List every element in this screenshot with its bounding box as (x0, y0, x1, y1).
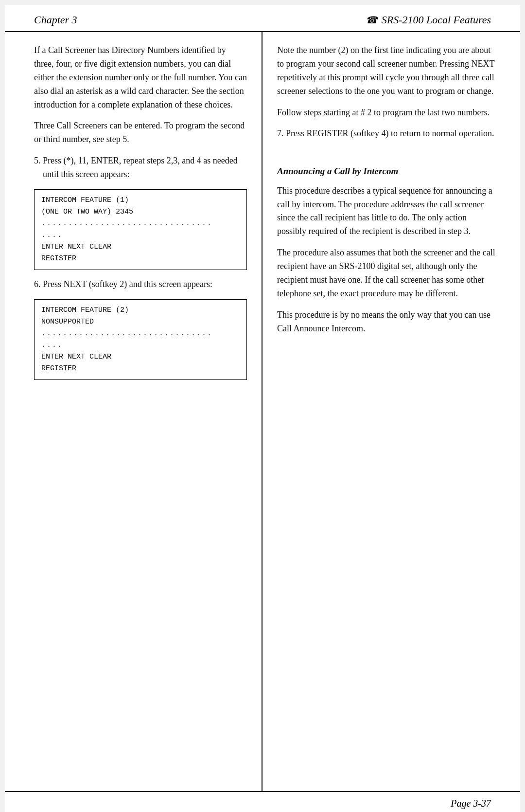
screen2-register: REGISTER (41, 363, 240, 375)
screen2-line2: NONSUPPORTED (41, 316, 240, 328)
right-body-text: Note the number (2) on the first line in… (277, 44, 496, 336)
screen1-short-dots: .... (41, 230, 240, 241)
screen2-short-dots: .... (41, 340, 240, 351)
screen2-line1: INTERCOM FEATURE (2) (41, 305, 240, 316)
right-column: Note the number (2) on the first line in… (262, 32, 520, 791)
left-para2: Three Call Screeners can be entered. To … (34, 119, 247, 146)
right-para3: This procedure describes a typical seque… (277, 184, 496, 239)
screen-box-1: INTERCOM FEATURE (1) (ONE OR TWO WAY) 23… (34, 189, 247, 270)
right-para4: The procedure also assumes that both the… (277, 246, 496, 301)
chapter-label: Chapter 3 (34, 14, 77, 26)
step7: 7. Press REGISTER (softkey 4) to return … (277, 127, 496, 141)
step6-intro: 6. Press NEXT (softkey 2) and this scree… (34, 278, 247, 291)
page-header: Chapter 3 ☎ SRS-2100 Local Features (5, 5, 520, 32)
screen1-softkeys: ENTER NEXT CLEAR (41, 241, 240, 253)
left-column: If a Call Screener has Directory Numbers… (5, 32, 262, 791)
section-title: ☎ SRS-2100 Local Features (366, 14, 491, 26)
right-para2: Follow steps starting at # 2 to program … (277, 106, 496, 120)
main-content: If a Call Screener has Directory Numbers… (5, 32, 520, 792)
screen1-dots: ................................ (41, 218, 240, 230)
section-title-text: SRS-2100 Local Features (382, 14, 491, 26)
step5-intro: 5. Press (*), 11, ENTER, repeat steps 2,… (34, 154, 247, 181)
right-para5: This procedure is by no means the only w… (277, 308, 496, 336)
screen1-line1: INTERCOM FEATURE (1) (41, 195, 240, 206)
screen2-softkeys: ENTER NEXT CLEAR (41, 351, 240, 363)
screen1-line2: (ONE OR TWO WAY) 2345 (41, 206, 240, 218)
page-footer: Page 3-37 (5, 792, 520, 812)
screen2-dots: ................................ (41, 328, 240, 340)
left-body-text: If a Call Screener has Directory Numbers… (34, 44, 247, 380)
page-number: Page 3-37 (451, 798, 491, 809)
phone-icon: ☎ (366, 14, 378, 26)
right-para1: Note the number (2) on the first line in… (277, 44, 496, 98)
screen1-register: REGISTER (41, 253, 240, 265)
screen-box-2: INTERCOM FEATURE (2) NONSUPPORTED ......… (34, 299, 247, 380)
section-heading: Announcing a Call by Intercom (277, 164, 496, 178)
left-para1: If a Call Screener has Directory Numbers… (34, 44, 247, 111)
page: Chapter 3 ☎ SRS-2100 Local Features If a… (5, 5, 520, 812)
